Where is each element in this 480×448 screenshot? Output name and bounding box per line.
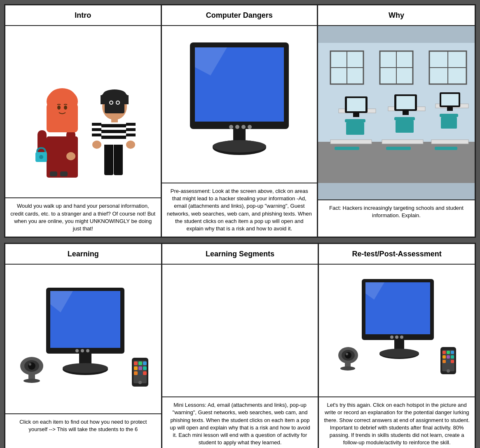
svg-rect-141 [447,360,450,363]
svg-rect-138 [447,355,450,359]
cell-why: Why [318,5,475,237]
svg-point-14 [39,155,43,159]
svg-rect-78 [345,119,365,122]
svg-rect-115 [143,371,147,375]
svg-point-101 [28,362,35,370]
svg-rect-82 [440,114,458,117]
svg-point-51 [248,125,252,129]
svg-rect-88 [386,147,411,150]
intro-image [5,26,161,197]
svg-rect-38 [105,103,124,113]
svg-rect-110 [134,366,138,370]
svg-point-37 [103,89,126,99]
svg-rect-3 [66,130,75,155]
svg-rect-137 [443,355,446,359]
svg-point-116 [138,381,142,384]
monitor-large-illustration [178,34,301,174]
retest-illustration [331,267,463,394]
svg-rect-16 [60,171,68,176]
svg-rect-17 [104,141,113,174]
svg-rect-83 [441,117,457,129]
storyboard: Intro [4,4,476,448]
svg-point-95 [86,349,89,352]
svg-point-48 [229,125,233,129]
svg-point-104 [23,379,40,383]
cell-learning-segments: Learning Segments Mini Lessons: Ad, emai… [162,244,318,448]
svg-rect-81 [396,120,414,133]
computer-dangers-text: Pre-assessment: Look at the screen above… [162,183,317,237]
svg-rect-108 [138,361,142,365]
svg-rect-22 [101,136,126,139]
intro-illustration [9,42,157,182]
svg-rect-25 [92,128,101,131]
svg-rect-85 [382,140,423,144]
svg-rect-136 [451,351,454,354]
svg-point-11 [57,106,61,110]
svg-rect-140 [443,360,446,363]
svg-rect-114 [138,371,142,375]
svg-rect-142 [451,360,454,363]
svg-rect-79 [346,122,364,135]
retest-image [319,265,475,396]
learning-segments-image [162,265,318,396]
svg-point-129 [346,353,348,355]
svg-point-50 [241,125,246,129]
svg-point-12 [64,106,67,110]
svg-rect-69 [353,113,359,117]
learning-text: Click on each item to find out how you n… [5,413,161,448]
why-text: Fact: Hackers increasingly targeting sch… [318,199,475,237]
learning-image [5,265,161,413]
svg-rect-76 [441,94,459,106]
intro-text: Would you walk up and hand your personal… [5,197,161,237]
svg-rect-29 [126,128,136,131]
svg-rect-111 [138,366,142,370]
svg-rect-80 [394,117,415,120]
retest-header: Re-test/Post-Assessment [319,244,475,265]
svg-rect-43 [104,169,113,175]
svg-point-128 [345,352,351,359]
svg-rect-86 [431,140,468,144]
svg-point-93 [75,349,79,352]
svg-rect-44 [114,169,123,175]
learning-segments-header: Learning Segments [162,244,318,265]
classroom-illustration [318,43,475,183]
svg-point-41 [110,101,112,104]
svg-rect-15 [50,171,57,176]
svg-rect-21 [101,130,126,133]
cell-computer-dangers: Computer Dangers [162,5,317,237]
svg-point-32 [126,141,135,149]
svg-rect-10 [47,103,78,132]
svg-point-94 [81,349,84,352]
svg-point-102 [29,363,31,366]
svg-point-49 [235,125,239,129]
cell-learning: Learning [5,244,161,448]
svg-rect-107 [134,361,138,365]
learning-header: Learning [5,244,161,265]
svg-rect-73 [403,111,409,115]
row-2: Learning [4,243,476,448]
computer-dangers-header: Computer Dangers [162,5,317,26]
svg-point-120 [390,335,393,339]
svg-rect-77 [447,107,453,111]
intro-header: Intro [5,5,161,26]
svg-rect-18 [114,141,123,174]
svg-point-31 [92,141,101,149]
row-1: Intro [4,4,476,238]
svg-rect-113 [134,371,138,375]
svg-rect-109 [143,361,147,365]
svg-rect-87 [335,147,359,150]
why-header: Why [318,5,475,26]
svg-rect-20 [101,124,126,127]
computer-dangers-image [162,26,317,183]
svg-point-98 [63,363,108,373]
svg-point-131 [340,366,355,371]
svg-rect-28 [126,123,136,126]
svg-rect-84 [330,140,372,144]
svg-rect-24 [92,123,101,126]
svg-rect-139 [451,355,454,359]
learning-segments-text: Mini Lessons: Ad, email (attachments and… [162,396,318,448]
retest-text: Let's try this again. Click on each hots… [319,396,475,448]
svg-point-5 [66,152,75,160]
svg-rect-30 [126,134,136,136]
svg-point-125 [379,349,419,358]
